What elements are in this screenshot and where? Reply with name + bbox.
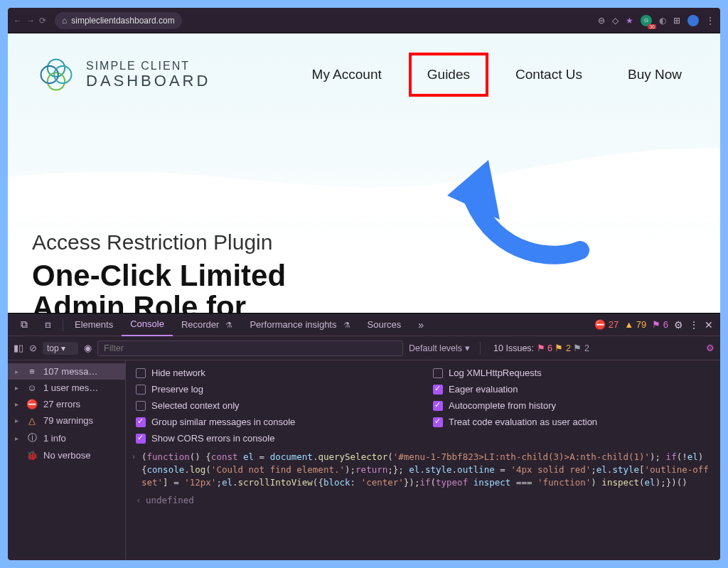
logo-text: SIMPLE CLIENT DASHBOARD [86, 60, 210, 89]
console-return-value: undefined [126, 493, 720, 508]
log-levels-selector[interactable]: Default levels ▾ [409, 343, 470, 353]
reload-icon[interactable]: ⟳ [39, 16, 46, 26]
opt-cors-errors[interactable]: Show CORS errors in console [136, 430, 413, 446]
sidebar-warnings[interactable]: ▸△79 warnings [8, 412, 125, 429]
nav-guides[interactable]: Guides [417, 61, 480, 88]
page-content: SIMPLE CLIENT DASHBOARD My Account Guide… [8, 33, 720, 313]
annotation-arrow-icon [406, 140, 591, 268]
console-settings-gear-icon[interactable]: ⚙ [706, 343, 714, 353]
opt-log-xhr[interactable]: Log XMLHttpRequests [433, 365, 710, 381]
issues-summary[interactable]: 10 Issues: ⚑ 6 ⚑ 2 ⚑ 2 [493, 343, 589, 353]
sidebar-toggle-icon[interactable]: ▮▯ [14, 343, 23, 353]
hero-kicker: Access Restriction Plugin [32, 230, 286, 254]
nav-my-account[interactable]: My Account [302, 61, 392, 88]
console-settings-panel: Hide network Preserve log Selected conte… [126, 365, 720, 446]
console-toolbar: ▮▯ ⊘ top ▾ ◉ Default levels ▾ 10 Issues:… [8, 336, 720, 360]
tab-performance-insights[interactable]: Performance insights [241, 314, 358, 336]
logo-icon [36, 55, 76, 95]
window-frame: ← → ⟳ ⌂ simpleclientdashboard.com ⊖ ◇ ★ … [5, 5, 723, 563]
close-icon[interactable]: ✕ [705, 319, 713, 331]
site-header: SIMPLE CLIENT DASHBOARD My Account Guide… [8, 33, 720, 102]
extension-icon[interactable]: ◐ [659, 16, 666, 26]
inspect-element-icon[interactable]: ⧉ [12, 314, 36, 336]
opt-selected-context[interactable]: Selected context only [136, 397, 413, 414]
site-lock-icon: ⌂ [62, 16, 67, 26]
kebab-menu-icon[interactable]: ⋮ [689, 319, 699, 331]
tab-sources[interactable]: Sources [359, 314, 410, 336]
kebab-menu-icon[interactable]: ⋮ [706, 16, 714, 26]
opt-treat-user-action[interactable]: Treat code evaluation as user action [433, 414, 710, 430]
console-main: Hide network Preserve log Selected conte… [126, 360, 720, 560]
sidebar-all-messages[interactable]: ▸≡107 messa… [8, 363, 125, 380]
error-count-badge[interactable]: ⛔ 27 [594, 319, 619, 330]
svg-point-1 [48, 73, 65, 90]
flask-icon [223, 319, 232, 330]
opt-group-similar[interactable]: Group similar messages in console [136, 414, 413, 430]
svg-point-3 [54, 66, 71, 83]
filter-input[interactable] [97, 341, 403, 356]
forward-icon[interactable]: → [26, 16, 35, 26]
sidebar-user-messages[interactable]: ▸☺1 user mes… [8, 380, 125, 396]
main-nav: My Account Guides Contact Us Buy Now [302, 61, 692, 88]
settings-gear-icon[interactable]: ⚙ [674, 319, 683, 331]
device-toggle-icon[interactable]: ⧈ [36, 314, 60, 336]
profile-avatar-icon[interactable] [687, 15, 699, 26]
hero-title: One-Click Limited Admin Role for [32, 260, 286, 313]
site-logo[interactable]: SIMPLE CLIENT DASHBOARD [36, 55, 210, 95]
nav-contact-us[interactable]: Contact Us [505, 61, 592, 88]
warning-count-badge[interactable]: ▲ 79 [624, 319, 646, 330]
cast-icon[interactable]: ◇ [612, 16, 619, 26]
hero-section: Access Restriction Plugin One-Click Limi… [32, 230, 286, 313]
bookmark-star-icon[interactable]: ★ [626, 16, 633, 26]
devtools-panel: ⧉ ⧈ Elements Console Recorder Performanc… [8, 313, 720, 560]
clear-console-icon[interactable]: ⊘ [29, 343, 37, 353]
console-input-echo: › (function() {const el = document.query… [126, 446, 720, 493]
zoom-icon[interactable]: ⊖ [598, 16, 605, 26]
live-expression-icon[interactable]: ◉ [84, 343, 92, 353]
devtools-tab-bar: ⧉ ⧈ Elements Console Recorder Performanc… [8, 314, 720, 336]
extensions-puzzle-icon[interactable]: ⊞ [673, 16, 680, 26]
opt-preserve-log[interactable]: Preserve log [136, 381, 413, 397]
address-bar[interactable]: ⌂ simpleclientdashboard.com [55, 12, 182, 29]
svg-point-0 [48, 60, 65, 77]
back-icon[interactable]: ← [14, 16, 22, 26]
nav-buy-now[interactable]: Buy Now [618, 61, 692, 88]
decorative-wave [8, 122, 720, 222]
tab-elements[interactable]: Elements [66, 314, 122, 336]
tab-recorder[interactable]: Recorder [173, 314, 241, 336]
sidebar-errors[interactable]: ▸⛔27 errors [8, 396, 125, 412]
opt-autocomplete[interactable]: Autocomplete from history [433, 397, 710, 414]
sidebar-info[interactable]: ▸ⓘ1 info [8, 429, 125, 447]
tabs-overflow-icon[interactable]: » [410, 314, 432, 336]
tab-console[interactable]: Console [122, 314, 173, 336]
browser-toolbar: ← → ⟳ ⌂ simpleclientdashboard.com ⊖ ◇ ★ … [8, 8, 720, 33]
url-text: simpleclientdashboard.com [71, 16, 174, 26]
message-count-badge[interactable]: ⚑ 6 [652, 319, 668, 330]
console-sidebar: ▸≡107 messa… ▸☺1 user mes… ▸⛔27 errors ▸… [8, 360, 126, 560]
sidebar-verbose[interactable]: 🐞No verbose [8, 447, 125, 463]
extension-grammarly-icon[interactable]: G [641, 15, 652, 26]
opt-eager-eval[interactable]: Eager evaluation [433, 381, 710, 397]
svg-point-2 [41, 66, 58, 83]
opt-hide-network[interactable]: Hide network [136, 365, 413, 381]
context-selector[interactable]: top ▾ [43, 342, 78, 355]
flask-icon [341, 319, 350, 330]
